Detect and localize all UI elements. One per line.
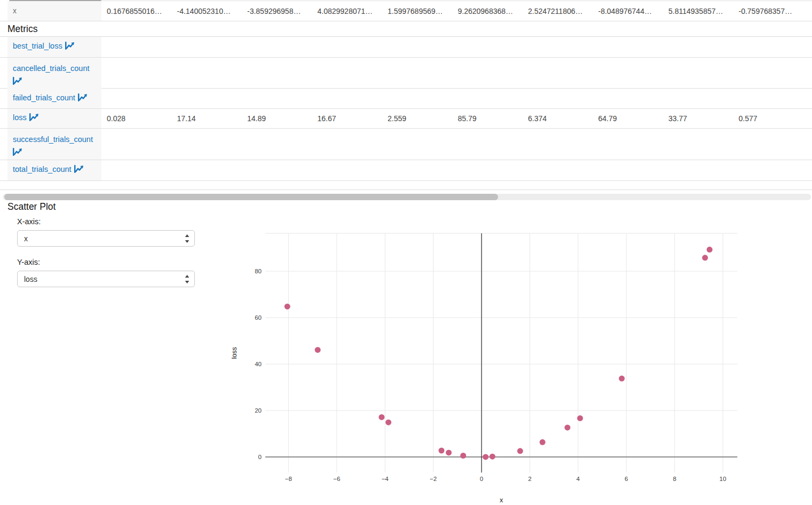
param-value: 5.8114935857… — [663, 7, 734, 15]
x-tick-label: −4 — [382, 476, 389, 482]
scatter-plot-chart: −8−6−4−20246810020406080xloss — [224, 228, 812, 505]
metric-link-label: cancelled_trials_count — [13, 64, 89, 73]
metric-value: 14.89 — [242, 114, 312, 123]
scatter-point — [285, 304, 290, 310]
x-axis-select[interactable]: x — [17, 230, 195, 247]
scatter-point — [438, 447, 444, 453]
chart-line-icon — [65, 42, 74, 53]
chart-line-icon — [78, 93, 87, 105]
metric-link-loss[interactable]: loss — [13, 112, 38, 125]
scatter-plot-heading: Scatter Plot — [7, 201, 56, 212]
scatter-point — [540, 439, 546, 445]
x-tick-label: 2 — [528, 476, 531, 482]
scatter-point — [460, 453, 466, 459]
chart-line-icon — [29, 113, 38, 125]
select-spinner-icon — [185, 234, 190, 244]
y-tick-label: 0 — [258, 454, 262, 460]
metric-link-failed-trials-count[interactable]: failed_trials_count — [13, 92, 87, 105]
param-label-cell: x — [7, 1, 101, 21]
x-tick-label: 0 — [480, 476, 483, 482]
experiment-details-screen: x 0.1676855016… -4.140052310… -3.8592969… — [0, 0, 812, 505]
scatter-point — [517, 448, 523, 454]
y-axis-select-label: Y-axis: — [17, 258, 40, 266]
y-tick-label: 40 — [255, 361, 262, 367]
x-tick-label: −2 — [430, 476, 437, 482]
x-tick-label: 8 — [673, 476, 676, 482]
metric-value: 17.14 — [172, 114, 242, 123]
x-tick-label: 6 — [625, 476, 628, 482]
y-tick-label: 60 — [255, 314, 262, 321]
select-spinner-icon — [185, 275, 190, 285]
metric-link-cancelled-trials-count[interactable]: cancelled_trials_count — [13, 64, 92, 85]
metrics-heading: Metrics — [0, 21, 812, 37]
metric-link-label: loss — [13, 113, 27, 122]
y-axis-select-value: loss — [24, 275, 37, 283]
scatter-point — [707, 247, 713, 253]
y-tick-label: 80 — [255, 268, 262, 274]
param-value: -0.759768357… — [734, 7, 804, 15]
metric-label-cell: cancelled_trials_count — [7, 58, 101, 89]
scatter-point — [315, 347, 321, 353]
y-axis-title: loss — [231, 347, 238, 359]
metric-row-best-trial-loss: best_trial_loss — [0, 37, 812, 58]
metric-link-label: failed_trials_count — [13, 93, 75, 102]
metric-link-label: total_trials_count — [13, 165, 72, 173]
metric-link-best-trial-loss[interactable]: best_trial_loss — [13, 41, 74, 53]
scatter-point — [577, 415, 583, 421]
scatter-point — [379, 414, 384, 420]
scatter-plot-svg: −8−6−4−20246810020406080xloss — [224, 228, 812, 505]
chart-line-icon — [74, 165, 83, 177]
metric-link-label: successful_trials_count — [13, 135, 93, 144]
x-tick-label: 10 — [720, 476, 727, 482]
metric-value: 16.67 — [312, 114, 383, 123]
param-value: 2.5247211806… — [523, 7, 593, 15]
horizontal-scrollbar-track[interactable] — [3, 194, 811, 200]
y-axis-select[interactable]: loss — [17, 271, 195, 287]
x-tick-label: 4 — [577, 476, 580, 482]
metric-label-cell: loss — [7, 109, 101, 128]
metric-value: 6.374 — [523, 114, 593, 123]
metric-value: 85.79 — [453, 114, 523, 123]
scatter-point — [702, 255, 708, 261]
params-metrics-table: x 0.1676855016… -4.140052310… -3.8592969… — [0, 1, 812, 190]
x-tick-label: −8 — [285, 476, 292, 482]
x-axis-select-value: x — [24, 234, 28, 243]
scatter-point — [483, 454, 488, 460]
param-value: 4.0829928071… — [312, 7, 383, 15]
scatter-point — [385, 420, 391, 425]
x-axis-select-label: X-axis: — [17, 217, 41, 226]
horizontal-scrollbar-thumb[interactable] — [4, 194, 498, 200]
metric-row-failed-trials-count: failed_trials_count — [0, 89, 812, 109]
param-row-x: x 0.1676855016… -4.140052310… -3.8592969… — [0, 1, 812, 21]
metric-row-total-trials-count: total_trials_count — [0, 160, 812, 181]
metric-link-label: best_trial_loss — [13, 42, 62, 50]
param-value: 9.2620968368… — [453, 7, 523, 15]
metric-row-cancelled-trials-count: cancelled_trials_count — [0, 58, 812, 89]
metric-link-successful-trials-count[interactable]: successful_trials_count — [13, 135, 96, 156]
param-value: 1.5997689569… — [382, 7, 453, 15]
scatter-point — [490, 454, 495, 460]
param-value: -3.859296958… — [242, 7, 312, 15]
metric-row-loss: loss 0.028 17.14 14.89 16.67 2.559 85.79… — [0, 109, 812, 129]
metric-label-cell: total_trials_count — [7, 160, 101, 180]
param-value: -4.140052310… — [172, 7, 242, 15]
metric-row-successful-trials-count: successful_trials_count — [0, 129, 812, 160]
chart-line-icon — [13, 77, 22, 89]
scatter-point — [564, 424, 570, 430]
scatter-point — [446, 449, 452, 455]
param-value: 0.1676855016… — [101, 7, 172, 15]
x-tick-label: −6 — [333, 476, 340, 482]
metric-value: 64.79 — [593, 114, 664, 123]
param-value: -8.048976744… — [593, 7, 664, 15]
y-tick-label: 20 — [255, 407, 262, 414]
param-name: x — [13, 5, 17, 17]
x-axis-title: x — [500, 496, 503, 504]
metric-link-total-trials-count[interactable]: total_trials_count — [13, 164, 83, 177]
table-bottom-border — [0, 181, 812, 190]
metric-label-cell: successful_trials_count — [7, 129, 101, 160]
chart-line-icon — [13, 148, 22, 160]
metric-label-cell: failed_trials_count — [7, 89, 101, 108]
metric-value: 0.577 — [734, 114, 804, 123]
metric-value: 0.028 — [101, 114, 172, 123]
metric-value: 2.559 — [382, 114, 453, 123]
